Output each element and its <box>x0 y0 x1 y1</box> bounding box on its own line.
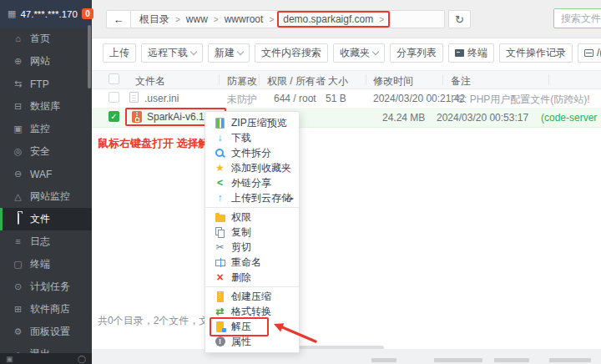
file-size: 24.24 MB <box>382 112 425 124</box>
path-field[interactable]: 根目录 > www > wwwroot > demo.sparkaigf.com… <box>131 10 445 28</box>
menu-item-cut[interactable]: ✂剪切 <box>205 240 299 255</box>
sidebar-item-home[interactable]: ⌂首页 <box>0 28 92 50</box>
button-label: 上传 <box>109 46 129 60</box>
sitemon-icon: △ <box>13 192 23 201</box>
download-icon: ↓ <box>215 133 225 144</box>
file-log-button[interactable]: 文件操作记录 <box>499 43 573 63</box>
top-strip: ← 根目录 > www > wwwroot > demo.sparkaigf.c… <box>92 0 601 38</box>
security-icon: ◎ <box>13 147 23 156</box>
menu-item-upload-cloud[interactable]: ↑上传到云存储▸ <box>205 190 299 205</box>
button-label: 分享列表 <box>396 46 437 60</box>
sidebar-item-files[interactable]: 文件 <box>0 208 92 230</box>
file-name[interactable]: .user.ini <box>144 93 179 104</box>
server-header[interactable]: ▦ 47.***.***.170 0 <box>0 0 92 28</box>
mini-circle-icon[interactable]: ◯ <box>78 355 86 363</box>
message-count-badge[interactable]: 0 <box>82 8 94 19</box>
menu-item-permission[interactable]: 权限 <box>205 210 299 225</box>
column-note[interactable]: 备注 <box>451 74 471 88</box>
row-checkbox[interactable] <box>109 92 119 103</box>
terminal-icon: ▢ <box>13 260 23 269</box>
menu-item-label: 解压 <box>231 320 251 334</box>
menu-item-label: 创建压缩 <box>231 290 271 304</box>
column-permission[interactable]: 权限 / 所有者 <box>267 74 326 88</box>
menu-item-copy[interactable]: 复制 <box>205 225 299 240</box>
sidebar-item-cron[interactable]: ⊙计划任务 <box>0 276 92 298</box>
sidebar-item-security[interactable]: ◎安全 <box>0 140 92 163</box>
breadcrumb-wwwroot[interactable]: wwwroot <box>225 13 264 25</box>
favorites-button[interactable]: 收藏夹 <box>333 43 385 63</box>
refresh-button[interactable]: ↻ <box>448 10 471 28</box>
menu-item-label: 复制 <box>231 225 251 240</box>
remote-download-button[interactable]: 远程下载 <box>141 43 203 63</box>
site-icon: ⊕ <box>13 57 23 66</box>
menu-item-zip-preview[interactable]: ZIP压缩预览 <box>205 115 299 130</box>
sidebar-item-sites[interactable]: ⊕网站 <box>0 50 92 73</box>
breadcrumb-current-dir[interactable]: demo.sparkaigf.com <box>283 13 373 25</box>
mini-screen-icon[interactable]: ▣ <box>6 355 13 363</box>
menu-item-add-favorite[interactable]: ★添加到收藏夹 <box>205 160 299 175</box>
table-row-selected[interactable]: ✓ SparkAi-v6.1.zip 24.24 MB 2024/03/20 0… <box>92 108 601 128</box>
select-all-checkbox[interactable] <box>109 73 119 84</box>
back-button[interactable]: ← <box>106 10 131 28</box>
ftp-icon: ⇆ <box>13 79 23 88</box>
disk-root-button[interactable]: /(根目录) (3... <box>578 43 601 63</box>
row-checkbox-checked[interactable]: ✓ <box>109 111 119 122</box>
settings-icon: ⚙ <box>13 327 23 336</box>
column-size[interactable]: 大小 <box>328 74 348 88</box>
sidebar-item-terminal[interactable]: ▢终端 <box>0 253 92 276</box>
breadcrumb-www[interactable]: www <box>186 13 208 25</box>
modified-time: 2024/03/20 00:53:17 <box>437 112 528 124</box>
logs-icon: ≡ <box>13 237 23 246</box>
file-note[interactable]: PS: PHP用户配置文件(防跨站)! <box>451 93 590 107</box>
menu-item-file-split[interactable]: 文件拆分 <box>205 145 299 160</box>
column-mtime[interactable]: 修改时间 <box>373 74 413 88</box>
sidebar-item-appstore[interactable]: ⊞软件商店 <box>0 298 92 321</box>
sidebar-item-database[interactable]: ⊟数据库 <box>0 95 92 118</box>
search-input[interactable]: 搜索文件/目录 <box>553 8 601 28</box>
breadcrumb-root[interactable]: 根目录 <box>139 13 169 27</box>
file-note[interactable]: (code-server <box>541 112 597 124</box>
rename-icon <box>215 257 225 268</box>
menu-item-label: 重命名 <box>231 255 261 270</box>
sidebar-item-waf[interactable]: ⊖WAF <box>0 163 92 185</box>
new-button[interactable]: 新建 <box>208 43 250 63</box>
terminal-button[interactable]: 终端 <box>448 43 494 63</box>
server-ip: 47.***.***.170 <box>20 9 77 19</box>
sidebar-item-label: 网站监控 <box>30 190 70 204</box>
column-divider <box>366 74 366 85</box>
button-label: 文件内容搜索 <box>261 46 321 60</box>
menu-item-external-share[interactable]: <外链分享 <box>205 175 299 190</box>
sidebar-item-monitor[interactable]: ▣监控 <box>0 118 92 140</box>
menu-item-download[interactable]: ↓下载 <box>205 130 299 145</box>
menu-item-label: 格式转换 <box>231 305 271 319</box>
delete-icon: × <box>215 272 225 283</box>
sidebar-item-label: 网站 <box>30 54 50 68</box>
sidebar-nav: ⌂首页 ⊕网站 ⇆FTP ⊟数据库 ▣监控 ◎安全 ⊖WAF △网站监控 文件 … <box>0 28 92 364</box>
upload-button[interactable]: 上传 <box>103 43 136 63</box>
menu-item-compress[interactable]: 创建压缩 <box>205 289 299 304</box>
tutorial-annotation: 鼠标右键盘打开 选择解压 <box>98 136 220 151</box>
sidebar-item-site-monitor[interactable]: △网站监控 <box>0 185 92 208</box>
menu-item-label: 剪切 <box>231 240 251 255</box>
button-label: 远程下载 <box>148 46 188 60</box>
menu-item-label: 外链分享 <box>231 176 271 190</box>
share-list-button[interactable]: 分享列表 <box>390 43 443 63</box>
convert-icon: ⇄ <box>215 306 225 317</box>
sidebar-scrollbar[interactable] <box>88 25 91 88</box>
sidebar-item-settings[interactable]: ⚙面板设置 <box>0 321 92 343</box>
menu-item-label: 文件拆分 <box>231 146 271 160</box>
content-search-button[interactable]: 文件内容搜索 <box>255 43 328 63</box>
table-row[interactable]: .user.ini 未防护 644 / root 51 B 2024/03/20… <box>92 88 601 109</box>
breadcrumb-highlight-box: demo.sparkaigf.com > <box>277 11 390 28</box>
chevron-right-icon: > <box>175 15 180 24</box>
column-tamper[interactable]: 防篡改 <box>227 74 257 88</box>
menu-item-label: 下载 <box>231 131 251 145</box>
sidebar-item-ftp[interactable]: ⇆FTP <box>0 73 92 95</box>
sidebar-item-logs[interactable]: ≡日志 <box>0 230 92 253</box>
menu-item-rename[interactable]: 重命名 <box>205 255 299 270</box>
cron-icon: ⊙ <box>13 282 23 291</box>
sidebar-item-label: 日志 <box>30 235 50 249</box>
db-icon: ⊟ <box>13 102 23 111</box>
menu-item-delete[interactable]: ×删除 <box>205 270 299 285</box>
column-filename[interactable]: 文件名 <box>135 74 165 88</box>
